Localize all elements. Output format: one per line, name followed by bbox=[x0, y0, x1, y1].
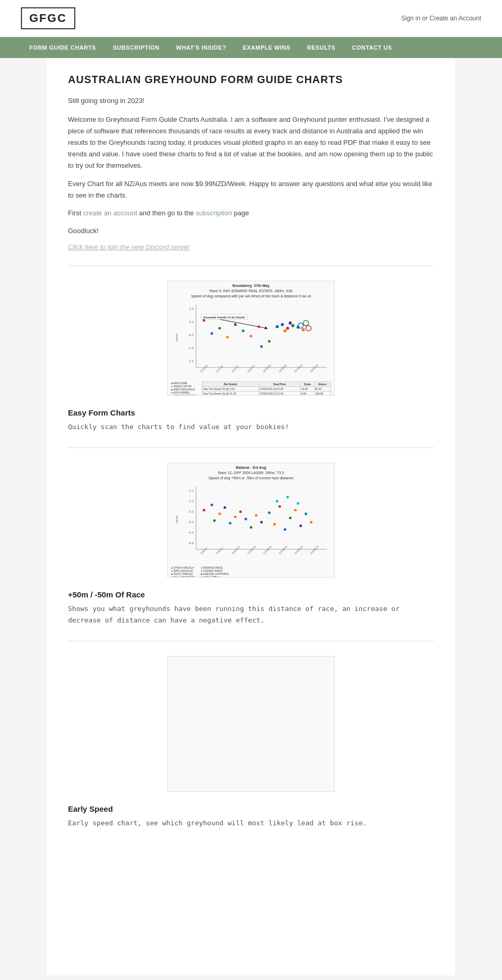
svg-point-24 bbox=[291, 324, 294, 327]
svg-point-39 bbox=[258, 326, 260, 328]
goodluck-text: Goodluck! bbox=[68, 225, 434, 237]
intro-paragraph-2: Every Chart for all NZ/Aus meets are now… bbox=[68, 178, 434, 201]
svg-text:01/2/19: 01/2/19 bbox=[231, 365, 239, 373]
svg-point-65 bbox=[213, 520, 216, 522]
svg-text:2/5/08/19: 2/5/08/19 bbox=[309, 545, 319, 555]
section-1-heading: Easy Form Charts bbox=[68, 408, 434, 417]
svg-point-73 bbox=[255, 514, 258, 517]
chart-section-2: Ballarat - 3rd Aug Race 12, GPP 3300 LAS… bbox=[68, 463, 434, 626]
svg-point-25 bbox=[283, 329, 287, 332]
svg-text:01/04/19: 01/04/19 bbox=[293, 364, 303, 373]
svg-point-67 bbox=[224, 506, 226, 509]
nav-contact-us[interactable]: CONTACT US bbox=[344, 37, 400, 58]
chart-section-1: Bundaberg 27th May Race 5, RAY EDWARD RE… bbox=[68, 281, 434, 433]
svg-point-35 bbox=[226, 336, 229, 339]
intro-paragraph-1: Welcome to Greyhound Form Guide Charts A… bbox=[68, 114, 434, 171]
svg-text:factor: factor bbox=[175, 333, 178, 341]
svg-text:2/2/08/16: 2/2/08/16 bbox=[246, 545, 256, 555]
create-account-inline-link[interactable]: create an account bbox=[83, 209, 137, 217]
svg-text:0.4: 0.4 bbox=[189, 489, 194, 492]
svg-point-72 bbox=[250, 526, 253, 529]
chart-3 bbox=[167, 656, 335, 792]
svg-point-30 bbox=[306, 326, 311, 331]
chart-1-title: Bundaberg 27th May Race 5, RAY EDWARD RE… bbox=[168, 281, 334, 299]
svg-text:03/2019: 03/2019 bbox=[246, 364, 255, 373]
svg-point-38 bbox=[250, 335, 253, 338]
svg-text:0.2: 0.2 bbox=[189, 500, 194, 503]
svg-point-75 bbox=[268, 512, 271, 514]
svg-point-86 bbox=[297, 502, 300, 505]
nav-form-guide-charts[interactable]: FORM GUIDE CHARTS bbox=[21, 37, 105, 58]
svg-point-79 bbox=[289, 517, 292, 520]
svg-point-70 bbox=[239, 511, 242, 513]
divider-2 bbox=[68, 447, 434, 448]
chart-2-legend: ■ CHACH ARCOLA ■ IDPE GOGOLAC ■ TAIGO TI… bbox=[168, 565, 334, 578]
chart-2-svg: 0.4 0.2 0.0 -0.2 -0.4 -0.6 2/08/16 2/0 bbox=[173, 481, 329, 565]
svg-point-29 bbox=[298, 323, 303, 328]
svg-text:-0.4: -0.4 bbox=[188, 531, 194, 534]
svg-text:05/03/19: 05/03/19 bbox=[262, 364, 271, 373]
chart-2-title: Ballarat - 3rd Aug Race 12, GPP 3300 LAS… bbox=[168, 463, 334, 481]
nav-whats-inside[interactable]: WHAT'S INSIDE? bbox=[168, 37, 235, 58]
discord-link[interactable]: Click here to join the new Discord serve… bbox=[68, 243, 434, 251]
nav-subscription[interactable]: SUBSCRIPTION bbox=[105, 37, 168, 58]
navigation: FORM GUIDE CHARTS SUBSCRIPTION WHAT'S IN… bbox=[0, 37, 502, 58]
svg-point-77 bbox=[279, 505, 281, 508]
scatter-chart-1: Bundaberg 27th May Race 5, RAY EDWARD RE… bbox=[168, 281, 334, 395]
svg-point-26 bbox=[289, 321, 292, 325]
chart-1-svg: 0.5 0.0 -0.5 -1.0 -1.5 01/2018 01/1/18 0… bbox=[173, 299, 329, 381]
chart-3-container bbox=[68, 656, 434, 792]
svg-point-41 bbox=[268, 340, 271, 343]
section-2-desc: Shows you what greyhounds have been runn… bbox=[68, 603, 434, 626]
subscription-inline-link[interactable]: subscription bbox=[196, 209, 232, 217]
svg-point-40 bbox=[260, 345, 263, 348]
divider-3 bbox=[68, 641, 434, 641]
svg-point-32 bbox=[203, 319, 206, 322]
svg-text:-0.2: -0.2 bbox=[188, 521, 194, 524]
chart-section-3: Early Speed Early speed chart, see which… bbox=[68, 656, 434, 829]
svg-text:04/03/16: 04/03/16 bbox=[231, 546, 240, 555]
svg-text:2/2/08/19: 2/2/08/19 bbox=[262, 545, 272, 555]
svg-point-33 bbox=[211, 332, 213, 335]
chart-1-legend: ■ MACGUIRE ■ SHEZA CRYVA ■ SHES INVA RAC… bbox=[168, 381, 334, 396]
sign-in-link[interactable]: Sign in bbox=[401, 15, 420, 22]
section-2-heading: +50m / -50m Of Race bbox=[68, 590, 434, 599]
main-content: AUSTRALIAN GREYHOUND FORM GUIDE CHARTS S… bbox=[47, 58, 455, 975]
svg-point-71 bbox=[245, 518, 247, 521]
svg-point-74 bbox=[260, 521, 263, 524]
page-title: AUSTRALIAN GREYHOUND FORM GUIDE CHARTS bbox=[68, 74, 434, 86]
create-account-link[interactable]: Create an Account bbox=[429, 15, 481, 22]
svg-text:0.5: 0.5 bbox=[189, 307, 194, 310]
svg-point-82 bbox=[305, 513, 307, 515]
divider-1 bbox=[68, 266, 434, 266]
chart-1-container: Bundaberg 27th May Race 5, RAY EDWARD RE… bbox=[68, 281, 434, 396]
svg-text:Example trends to be found: Example trends to be found bbox=[203, 316, 245, 319]
svg-text:01/2018: 01/2018 bbox=[199, 364, 208, 373]
svg-text:-1.0: -1.0 bbox=[188, 347, 194, 350]
svg-point-28 bbox=[302, 328, 305, 331]
svg-point-78 bbox=[284, 528, 287, 531]
svg-point-63 bbox=[203, 509, 206, 512]
svg-point-37 bbox=[242, 330, 245, 332]
nav-results[interactable]: RESULTS bbox=[299, 37, 344, 58]
svg-point-36 bbox=[234, 324, 237, 326]
svg-point-23 bbox=[286, 327, 289, 330]
svg-text:0.0: 0.0 bbox=[189, 320, 194, 324]
svg-point-76 bbox=[273, 523, 276, 526]
logo: GFGC bbox=[21, 7, 75, 29]
still-going-text: Still going strong in 2023! bbox=[68, 95, 434, 107]
svg-point-85 bbox=[287, 496, 289, 499]
svg-point-66 bbox=[219, 513, 221, 515]
svg-point-83 bbox=[310, 521, 313, 524]
section-1-desc: Quickly scan the charts to find value at… bbox=[68, 421, 434, 433]
svg-text:2/5/08/19: 2/5/08/19 bbox=[293, 545, 303, 555]
nav-example-wins[interactable]: EXAMPLE WINS bbox=[234, 37, 299, 58]
svg-point-69 bbox=[234, 516, 237, 518]
section-3-heading: Early Speed bbox=[68, 804, 434, 813]
svg-point-22 bbox=[281, 323, 284, 326]
svg-text:03/03/19: 03/03/19 bbox=[278, 364, 287, 373]
section-3-desc: Early speed chart, see which greyhound w… bbox=[68, 817, 434, 829]
svg-point-21 bbox=[276, 325, 279, 328]
svg-text:03/04/19: 03/04/19 bbox=[309, 364, 318, 373]
chart-1: Bundaberg 27th May Race 5, RAY EDWARD RE… bbox=[167, 281, 335, 396]
